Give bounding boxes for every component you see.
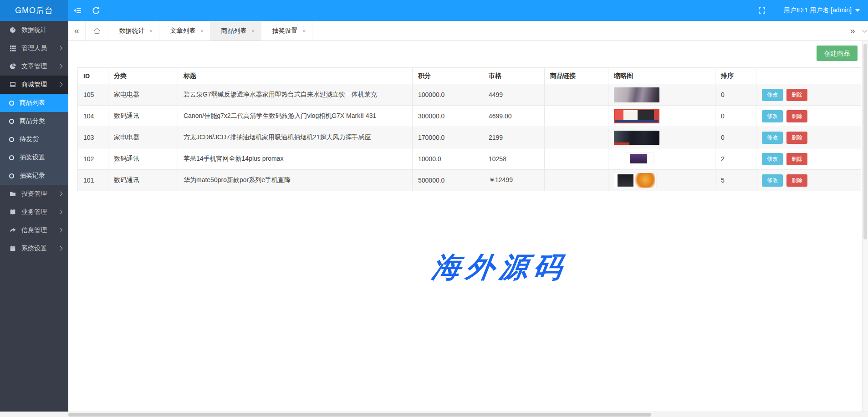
sidebar-item-info[interactable]: 信息管理 bbox=[0, 221, 68, 239]
topbar-right: 用户ID:1 用户名:[admin] bbox=[753, 0, 860, 21]
tab-lottery-settings[interactable]: 抽奖设置 × bbox=[261, 21, 312, 41]
cell-category: 家电电器 bbox=[108, 127, 178, 148]
header-link: 商品链接 bbox=[545, 68, 608, 84]
sidebar-item-business[interactable]: 业务管理 bbox=[0, 203, 68, 221]
user-dropdown[interactable]: 用户ID:1 用户名:[admin] bbox=[784, 6, 860, 15]
sidebar-item-to-ship[interactable]: 待发货 bbox=[0, 130, 68, 148]
watermark: 海外源码 bbox=[430, 248, 570, 286]
tabs-scroll-left-button[interactable]: « bbox=[68, 21, 86, 41]
refresh-icon[interactable] bbox=[87, 0, 105, 21]
edit-button[interactable]: 修改 bbox=[762, 174, 783, 187]
chevron-right-icon bbox=[58, 228, 63, 233]
home-icon bbox=[93, 27, 101, 35]
chevron-right-icon bbox=[58, 246, 63, 251]
cell-title: 苹果14手机官网全新14plus promax bbox=[178, 148, 413, 170]
sidebar-item-admins[interactable]: 管理人员 bbox=[0, 39, 68, 57]
cell-id: 105 bbox=[78, 84, 108, 106]
cell-price: ￥12499 bbox=[483, 170, 545, 191]
close-icon[interactable]: × bbox=[251, 27, 255, 35]
horizontal-scrollbar-thumb[interactable] bbox=[68, 413, 651, 417]
tab-article-list[interactable]: 文章列表 × bbox=[159, 21, 210, 41]
tabs-scroll-right-button[interactable]: » bbox=[844, 21, 861, 41]
sidebar-submenu-mall: 商品列表 商品分类 待发货 抽奖设置 抽奖记录 bbox=[0, 94, 68, 185]
circle-icon bbox=[9, 173, 14, 178]
table-row: 103 家电电器 方太JCD6/JCD7排抽油烟机家用吸油机抽烟机21超大风力挥… bbox=[78, 127, 861, 148]
close-icon[interactable]: × bbox=[149, 27, 153, 35]
delete-button[interactable]: 删除 bbox=[786, 153, 807, 165]
cell-sort: 0 bbox=[715, 84, 756, 106]
collapse-menu-icon[interactable] bbox=[68, 0, 87, 21]
sidebar-item-articles[interactable]: 文章管理 bbox=[0, 57, 68, 76]
cell-category: 家电电器 bbox=[108, 84, 178, 106]
cell-price: 4699.00 bbox=[483, 106, 545, 127]
sidebar-item-product-list[interactable]: 商品列表 bbox=[0, 94, 68, 112]
edit-button[interactable]: 修改 bbox=[762, 153, 783, 165]
sidebar-item-lottery-records[interactable]: 抽奖记录 bbox=[0, 167, 68, 185]
vertical-scrollbar-thumb[interactable] bbox=[863, 44, 867, 239]
sidebar-item-system[interactable]: 系统设置 bbox=[0, 239, 68, 258]
delete-button[interactable]: 删除 bbox=[786, 132, 807, 144]
header-points: 积分 bbox=[413, 68, 483, 84]
vertical-scrollbar[interactable] bbox=[862, 41, 868, 412]
sidebar-item-lottery-settings[interactable]: 抽奖设置 bbox=[0, 148, 68, 167]
cell-title: 碧云泉G7弱碱反渗透净水器家用即热台式自来水过滤直饮一体机莱克 bbox=[178, 84, 413, 106]
product-thumbnail bbox=[624, 153, 654, 165]
pie-chart-icon bbox=[9, 63, 16, 70]
sidebar-item-label: 文章管理 bbox=[21, 62, 47, 71]
sidebar-item-mall[interactable]: 商城管理 bbox=[0, 76, 68, 94]
horizontal-scrollbar[interactable] bbox=[0, 412, 868, 417]
delete-button[interactable]: 删除 bbox=[786, 89, 807, 101]
close-icon[interactable]: × bbox=[200, 27, 204, 35]
cell-id: 104 bbox=[78, 106, 108, 127]
tab-product-list[interactable]: 商品列表 × bbox=[210, 21, 261, 41]
cell-link bbox=[545, 84, 608, 106]
cell-price: 10258 bbox=[483, 148, 545, 170]
sidebar-item-data-stats[interactable]: 数据统计 bbox=[0, 21, 68, 39]
table-header-row: ID 分类 标题 积分 市格 商品链接 缩略图 排序 bbox=[78, 68, 861, 84]
circle-icon bbox=[9, 137, 14, 142]
edit-button[interactable]: 修改 bbox=[762, 89, 783, 101]
edit-button[interactable]: 修改 bbox=[762, 132, 783, 144]
fullscreen-icon[interactable] bbox=[753, 0, 771, 21]
cell-points: 500000.0 bbox=[413, 170, 483, 191]
double-chevron-left-icon: « bbox=[74, 25, 79, 36]
sidebar-item-label: 商品分类 bbox=[20, 117, 45, 125]
delete-button[interactable]: 删除 bbox=[786, 174, 807, 187]
delete-button[interactable]: 删除 bbox=[786, 110, 807, 122]
chevron-right-icon bbox=[58, 210, 63, 214]
header-category: 分类 bbox=[108, 68, 178, 84]
table-row: 105 家电电器 碧云泉G7弱碱反渗透净水器家用即热台式自来水过滤直饮一体机莱克… bbox=[78, 84, 861, 106]
products-table: ID 分类 标题 积分 市格 商品链接 缩略图 排序 105 家电电器 碧云泉G… bbox=[77, 67, 861, 191]
home-tab-button[interactable] bbox=[86, 21, 108, 41]
sidebar-item-label: 待发货 bbox=[20, 135, 39, 143]
cell-points: 300000.0 bbox=[413, 106, 483, 127]
cell-thumbnail bbox=[608, 127, 715, 148]
chevron-right-icon bbox=[58, 82, 63, 87]
cell-title: Canon/佳能g7x2二代高清学生数码旅游入门vlog相机G7X MarkII… bbox=[178, 106, 413, 127]
cell-price: 4499 bbox=[483, 84, 545, 106]
edit-button[interactable]: 修改 bbox=[762, 110, 783, 122]
cell-link bbox=[545, 106, 608, 127]
tabbar: « 数据统计 × 文章列表 × 商品列表 × 抽奖设置 × » bbox=[68, 21, 868, 41]
header-price: 市格 bbox=[483, 68, 545, 84]
sidebar-item-product-category[interactable]: 商品分类 bbox=[0, 112, 68, 130]
circle-icon bbox=[9, 119, 14, 124]
monitor-icon bbox=[9, 81, 16, 88]
cell-id: 101 bbox=[78, 170, 108, 191]
tab-label: 抽奖设置 bbox=[272, 27, 297, 35]
cell-actions: 修改删除 bbox=[756, 170, 861, 191]
create-product-button[interactable]: 创建商品 bbox=[817, 46, 858, 61]
chevron-right-icon bbox=[58, 64, 63, 69]
sidebar-item-investment[interactable]: 投资管理 bbox=[0, 185, 68, 203]
main-content: 创建商品 ID 分类 标题 积分 市格 商品链接 缩略图 排序 bbox=[68, 41, 862, 412]
product-thumbnail bbox=[614, 173, 657, 188]
user-info: 用户ID:1 用户名:[admin] bbox=[784, 6, 852, 15]
chevron-down-icon bbox=[863, 28, 867, 32]
tab-data-stats[interactable]: 数据统计 × bbox=[108, 21, 159, 41]
sidebar-item-label: 商品列表 bbox=[20, 99, 45, 107]
table-row: 104 数码通讯 Canon/佳能g7x2二代高清学生数码旅游入门vlog相机G… bbox=[78, 106, 861, 127]
close-icon[interactable]: × bbox=[302, 27, 306, 35]
tabs-menu-button[interactable] bbox=[861, 21, 868, 41]
sidebar-item-label: 数据统计 bbox=[21, 26, 47, 34]
folder-icon bbox=[9, 190, 16, 198]
